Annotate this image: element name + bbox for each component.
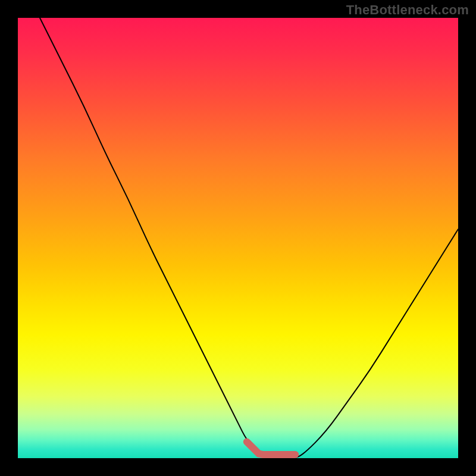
bottleneck-curve-path [40, 18, 458, 458]
curve-svg [18, 18, 458, 458]
optimal-range-highlight [247, 441, 295, 455]
chart-frame: TheBottleneck.com [0, 0, 476, 476]
plot-area [18, 18, 458, 458]
watermark-text: TheBottleneck.com [346, 2, 469, 18]
